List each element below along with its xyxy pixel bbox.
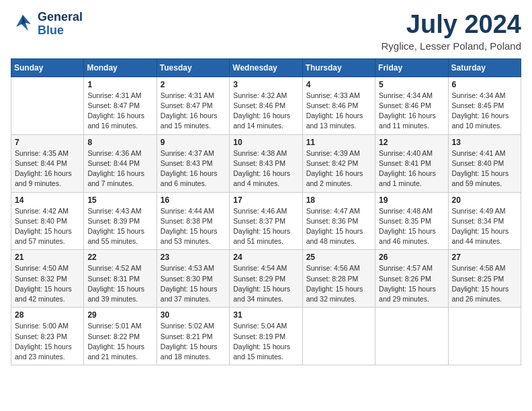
day-info: Sunrise: 4:47 AM Sunset: 8:36 PM Dayligh… (306, 206, 371, 247)
day-number: 7 (15, 138, 80, 147)
calendar-cell: 1Sunrise: 4:31 AM Sunset: 8:47 PM Daylig… (84, 77, 157, 134)
calendar-cell (11, 77, 84, 134)
day-info: Sunrise: 4:54 AM Sunset: 8:29 PM Dayligh… (233, 263, 298, 304)
day-info: Sunrise: 4:52 AM Sunset: 8:31 PM Dayligh… (87, 263, 152, 304)
day-info: Sunrise: 4:56 AM Sunset: 8:28 PM Dayligh… (306, 263, 371, 304)
day-number: 4 (306, 80, 371, 89)
calendar-cell: 20Sunrise: 4:49 AM Sunset: 8:34 PM Dayli… (448, 192, 521, 250)
col-header-saturday: Saturday (448, 58, 521, 77)
calendar-cell: 2Sunrise: 4:31 AM Sunset: 8:47 PM Daylig… (157, 77, 229, 134)
calendar-cell: 6Sunrise: 4:34 AM Sunset: 8:45 PM Daylig… (448, 77, 521, 134)
day-info: Sunrise: 5:00 AM Sunset: 8:23 PM Dayligh… (15, 321, 80, 362)
calendar-cell: 24Sunrise: 4:54 AM Sunset: 8:29 PM Dayli… (230, 250, 302, 308)
month-title: July 2024 (382, 11, 521, 39)
day-number: 18 (306, 195, 371, 205)
day-info: Sunrise: 4:31 AM Sunset: 8:47 PM Dayligh… (87, 91, 152, 132)
day-number: 26 (379, 253, 444, 262)
calendar-cell: 29Sunrise: 5:01 AM Sunset: 8:22 PM Dayli… (84, 308, 157, 365)
day-info: Sunrise: 4:33 AM Sunset: 8:46 PM Dayligh… (306, 91, 371, 132)
calendar-week-row: 7Sunrise: 4:35 AM Sunset: 8:44 PM Daylig… (11, 134, 521, 192)
day-number: 3 (233, 80, 298, 89)
day-info: Sunrise: 4:58 AM Sunset: 8:25 PM Dayligh… (452, 263, 517, 304)
calendar-cell: 28Sunrise: 5:00 AM Sunset: 8:23 PM Dayli… (11, 308, 84, 365)
calendar-cell: 27Sunrise: 4:58 AM Sunset: 8:25 PM Dayli… (448, 250, 521, 308)
calendar-cell: 5Sunrise: 4:34 AM Sunset: 8:46 PM Daylig… (375, 77, 448, 134)
calendar-cell: 10Sunrise: 4:38 AM Sunset: 8:43 PM Dayli… (230, 134, 302, 192)
day-number: 22 (87, 253, 152, 262)
logo: General Blue (11, 11, 83, 38)
calendar-cell: 13Sunrise: 4:41 AM Sunset: 8:40 PM Dayli… (448, 134, 521, 192)
day-number: 17 (233, 195, 298, 205)
day-number: 15 (87, 195, 152, 205)
day-number: 25 (306, 253, 371, 262)
calendar-cell: 14Sunrise: 4:42 AM Sunset: 8:40 PM Dayli… (11, 192, 84, 250)
calendar-cell: 17Sunrise: 4:46 AM Sunset: 8:37 PM Dayli… (230, 192, 302, 250)
day-info: Sunrise: 4:31 AM Sunset: 8:47 PM Dayligh… (161, 91, 226, 132)
day-number: 5 (379, 80, 444, 89)
day-info: Sunrise: 5:04 AM Sunset: 8:19 PM Dayligh… (233, 321, 298, 362)
col-header-thursday: Thursday (302, 58, 375, 77)
calendar-cell: 8Sunrise: 4:36 AM Sunset: 8:44 PM Daylig… (84, 134, 157, 192)
day-number: 8 (87, 138, 152, 147)
day-info: Sunrise: 4:38 AM Sunset: 8:43 PM Dayligh… (233, 148, 298, 189)
day-info: Sunrise: 5:02 AM Sunset: 8:21 PM Dayligh… (161, 321, 226, 362)
calendar-cell: 18Sunrise: 4:47 AM Sunset: 8:36 PM Dayli… (302, 192, 375, 250)
logo-text: General Blue (38, 11, 83, 38)
day-number: 20 (452, 195, 517, 205)
calendar-cell: 31Sunrise: 5:04 AM Sunset: 8:19 PM Dayli… (230, 308, 302, 365)
day-number: 10 (233, 138, 298, 147)
day-info: Sunrise: 4:49 AM Sunset: 8:34 PM Dayligh… (452, 206, 517, 247)
calendar-cell: 26Sunrise: 4:57 AM Sunset: 8:26 PM Dayli… (375, 250, 448, 308)
calendar-week-row: 1Sunrise: 4:31 AM Sunset: 8:47 PM Daylig… (11, 77, 521, 134)
col-header-friday: Friday (375, 58, 448, 77)
calendar-cell: 21Sunrise: 4:50 AM Sunset: 8:32 PM Dayli… (11, 250, 84, 308)
day-info: Sunrise: 4:34 AM Sunset: 8:45 PM Dayligh… (452, 91, 517, 132)
day-number: 29 (87, 310, 152, 320)
calendar-cell: 15Sunrise: 4:43 AM Sunset: 8:39 PM Dayli… (84, 192, 157, 250)
page-header: General Blue July 2024 Ryglice, Lesser P… (11, 11, 521, 52)
day-number: 21 (15, 253, 80, 262)
calendar-cell (375, 308, 448, 365)
day-number: 19 (379, 195, 444, 205)
day-info: Sunrise: 4:39 AM Sunset: 8:42 PM Dayligh… (306, 148, 371, 189)
calendar-table: SundayMondayTuesdayWednesdayThursdayFrid… (11, 58, 521, 365)
col-header-tuesday: Tuesday (157, 58, 229, 77)
day-number: 6 (452, 80, 517, 89)
calendar-cell: 16Sunrise: 4:44 AM Sunset: 8:38 PM Dayli… (157, 192, 229, 250)
col-header-monday: Monday (84, 58, 157, 77)
calendar-cell: 4Sunrise: 4:33 AM Sunset: 8:46 PM Daylig… (302, 77, 375, 134)
day-info: Sunrise: 4:40 AM Sunset: 8:41 PM Dayligh… (379, 148, 444, 189)
day-number: 9 (161, 138, 226, 147)
day-number: 28 (15, 310, 80, 320)
day-number: 23 (161, 253, 226, 262)
calendar-cell: 19Sunrise: 4:48 AM Sunset: 8:35 PM Dayli… (375, 192, 448, 250)
day-info: Sunrise: 5:01 AM Sunset: 8:22 PM Dayligh… (87, 321, 152, 362)
day-number: 14 (15, 195, 80, 205)
calendar-cell: 12Sunrise: 4:40 AM Sunset: 8:41 PM Dayli… (375, 134, 448, 192)
day-info: Sunrise: 4:57 AM Sunset: 8:26 PM Dayligh… (379, 263, 444, 304)
day-info: Sunrise: 4:53 AM Sunset: 8:30 PM Dayligh… (161, 263, 226, 304)
calendar-cell: 30Sunrise: 5:02 AM Sunset: 8:21 PM Dayli… (157, 308, 229, 365)
day-number: 11 (306, 138, 371, 147)
calendar-cell: 25Sunrise: 4:56 AM Sunset: 8:28 PM Dayli… (302, 250, 375, 308)
day-number: 27 (452, 253, 517, 262)
day-info: Sunrise: 4:37 AM Sunset: 8:43 PM Dayligh… (161, 148, 226, 189)
calendar-week-row: 21Sunrise: 4:50 AM Sunset: 8:32 PM Dayli… (11, 250, 521, 308)
calendar-cell (448, 308, 521, 365)
day-info: Sunrise: 4:36 AM Sunset: 8:44 PM Dayligh… (87, 148, 152, 189)
day-info: Sunrise: 4:42 AM Sunset: 8:40 PM Dayligh… (15, 206, 80, 247)
calendar-cell: 7Sunrise: 4:35 AM Sunset: 8:44 PM Daylig… (11, 134, 84, 192)
calendar-week-row: 14Sunrise: 4:42 AM Sunset: 8:40 PM Dayli… (11, 192, 521, 250)
day-info: Sunrise: 4:48 AM Sunset: 8:35 PM Dayligh… (379, 206, 444, 247)
day-number: 12 (379, 138, 444, 147)
day-info: Sunrise: 4:32 AM Sunset: 8:46 PM Dayligh… (233, 91, 298, 132)
logo-icon (11, 12, 35, 36)
col-header-wednesday: Wednesday (230, 58, 302, 77)
day-number: 31 (233, 310, 298, 320)
calendar-cell (302, 308, 375, 365)
col-header-sunday: Sunday (11, 58, 84, 77)
day-info: Sunrise: 4:34 AM Sunset: 8:46 PM Dayligh… (379, 91, 444, 132)
calendar-cell: 22Sunrise: 4:52 AM Sunset: 8:31 PM Dayli… (84, 250, 157, 308)
day-info: Sunrise: 4:41 AM Sunset: 8:40 PM Dayligh… (452, 148, 517, 189)
calendar-cell: 11Sunrise: 4:39 AM Sunset: 8:42 PM Dayli… (302, 134, 375, 192)
